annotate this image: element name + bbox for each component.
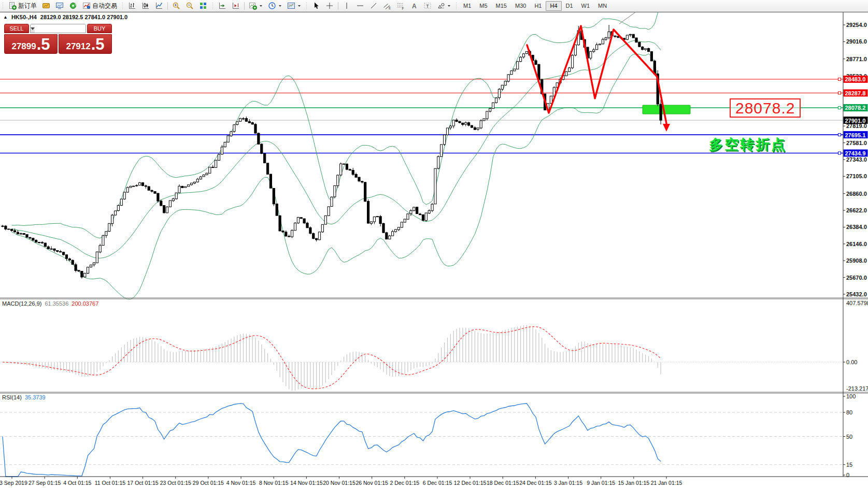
svg-text:25432.0: 25432.0 — [846, 291, 867, 297]
timeframe-button-h4[interactable]: H4 — [546, 1, 561, 11]
trendline-button[interactable] — [367, 1, 380, 11]
chart-background[interactable] — [0, 12, 868, 488]
crosshair-icon — [325, 2, 334, 10]
svg-text:28483.0: 28483.0 — [845, 76, 866, 82]
svg-text:3 Jan 01:15: 3 Jan 01:15 — [554, 480, 582, 486]
svg-text:E: E — [389, 6, 391, 10]
bar-chart-icon — [128, 2, 136, 10]
timeframe-button-m5[interactable]: M5 — [475, 1, 491, 11]
price-callout-box[interactable]: 28078.2 — [730, 98, 801, 118]
horizontal-line-button[interactable] — [354, 1, 366, 11]
fibonacci-button[interactable]: F — [394, 1, 407, 11]
toolbar-group: M1M5M15M30H1H4D1W1MN — [453, 0, 611, 11]
svg-text:25908.0: 25908.0 — [846, 257, 867, 264]
chart-canvas[interactable]: 29254.029016.028771.028523.028057.027819… — [0, 0, 868, 488]
signal-icon — [69, 2, 77, 10]
chevron-down-icon — [297, 2, 301, 10]
sell-price-button[interactable]: 27899.5 — [4, 34, 58, 54]
collapse-panel-arrow[interactable]: ▲ — [3, 15, 8, 20]
timeframe-button-d1[interactable]: D1 — [562, 1, 577, 11]
toolbar-separator — [167, 2, 168, 10]
svg-text:27105.0: 27105.0 — [846, 173, 867, 179]
channel-icon: E — [383, 2, 391, 10]
chart-window-button[interactable] — [40, 1, 52, 11]
toolbar-grip — [211, 2, 214, 9]
pivot-line-handle[interactable] — [838, 106, 841, 109]
svg-text:23 Oct 01:15: 23 Oct 01:15 — [160, 480, 191, 486]
timeframe-button-m30[interactable]: M30 — [511, 1, 530, 11]
trendline-icon — [369, 2, 378, 10]
svg-text:23 Sep 2019: 23 Sep 2019 — [0, 480, 27, 486]
crosshair-button[interactable] — [323, 1, 336, 11]
svg-text:14 Nov 01:15: 14 Nov 01:15 — [290, 480, 323, 486]
strategy-tester-button[interactable] — [67, 1, 79, 11]
tile-windows-button[interactable] — [197, 1, 209, 11]
svg-text:27343.0: 27343.0 — [846, 156, 867, 163]
timeframe-button-m15[interactable]: M15 — [492, 1, 511, 11]
indicators-button[interactable] — [247, 1, 265, 11]
toolbar-group: 新订单自动交易 — [0, 0, 120, 11]
cursor-button[interactable] — [310, 1, 322, 11]
shapes-icon — [437, 2, 445, 10]
auto-scroll-icon — [218, 2, 226, 10]
svg-text:T: T — [426, 4, 429, 9]
toolbar-grip — [121, 2, 124, 9]
svg-text:20 Nov 01:15: 20 Nov 01:15 — [323, 480, 355, 486]
highlight-zone-object[interactable] — [643, 105, 690, 114]
line-chart-button[interactable] — [153, 1, 165, 11]
buy-button[interactable]: BUY — [87, 24, 112, 33]
chart-stack-icon — [42, 2, 50, 10]
periods-button[interactable] — [266, 1, 284, 11]
bar-chart-button[interactable] — [126, 1, 138, 11]
chart-shift-button[interactable] — [230, 1, 242, 11]
text-button[interactable]: A — [408, 1, 420, 11]
vertical-line-button[interactable] — [340, 1, 353, 11]
toolbar-grip — [2, 2, 4, 9]
templates-button[interactable] — [285, 1, 303, 11]
symbol-period-label: HK50-,H4 — [11, 14, 37, 20]
svg-text:26860.0: 26860.0 — [846, 191, 867, 197]
buy-price-button[interactable]: 27912.5 — [59, 34, 112, 54]
clock-icon — [268, 2, 276, 10]
new-order-button[interactable]: 新订单 — [6, 1, 39, 11]
sell-button[interactable]: SELL — [4, 24, 29, 33]
svg-text:15: 15 — [846, 462, 852, 468]
volume-input[interactable] — [35, 24, 86, 33]
timeframe-button-w1[interactable]: W1 — [577, 1, 594, 11]
support-line-2-handle[interactable] — [838, 152, 841, 154]
shapes-button[interactable] — [435, 1, 453, 11]
svg-text:27581.0: 27581.0 — [846, 140, 867, 146]
zoom-in-button[interactable] — [170, 1, 182, 11]
resistance-line-2-handle[interactable] — [838, 92, 841, 94]
resistance-line-1-handle[interactable] — [838, 78, 841, 80]
svg-text:100: 100 — [846, 393, 856, 399]
svg-text:9 Jan 01:15: 9 Jan 01:15 — [587, 480, 615, 486]
volume-decrease-button[interactable] — [31, 24, 35, 33]
auto-scroll-button[interactable] — [216, 1, 229, 11]
text-label-button[interactable]: T — [421, 1, 434, 11]
autotrading-button[interactable]: 自动交易 — [80, 1, 119, 11]
timeframe-button-mn[interactable]: MN — [594, 1, 611, 11]
buy-price-fraction: .5 — [91, 37, 105, 52]
svg-text:18 Dec 01:15: 18 Dec 01:15 — [487, 480, 519, 486]
equidistant-channel-button[interactable]: E — [381, 1, 393, 11]
support-line-1-handle[interactable] — [838, 134, 841, 136]
hline-icon — [356, 2, 364, 10]
toolbar-group — [120, 0, 210, 11]
terminal-button[interactable] — [53, 1, 66, 11]
candlestick-chart-button[interactable] — [139, 1, 152, 11]
zoom-out-button[interactable] — [183, 1, 196, 11]
toolbar-separator — [338, 2, 338, 10]
chevron-down-icon — [278, 2, 282, 10]
timeframe-button-m1[interactable]: M1 — [459, 1, 475, 11]
macd-indicator-label: MACD(12,26,9)61.35536200.03767 — [2, 300, 98, 307]
svg-text:27695.1: 27695.1 — [845, 132, 866, 138]
timeframe-button-h1[interactable]: H1 — [530, 1, 546, 11]
svg-text:27434.9: 27434.9 — [845, 150, 866, 156]
svg-text:24 Dec 01:15: 24 Dec 01:15 — [519, 480, 552, 486]
terminal-icon — [55, 2, 64, 10]
sell-price-main: 27899 — [11, 41, 36, 52]
svg-text:26622.0: 26622.0 — [846, 207, 867, 213]
pivot-annotation-text[interactable]: 多空转折点 — [709, 135, 787, 154]
template-icon — [287, 2, 295, 10]
